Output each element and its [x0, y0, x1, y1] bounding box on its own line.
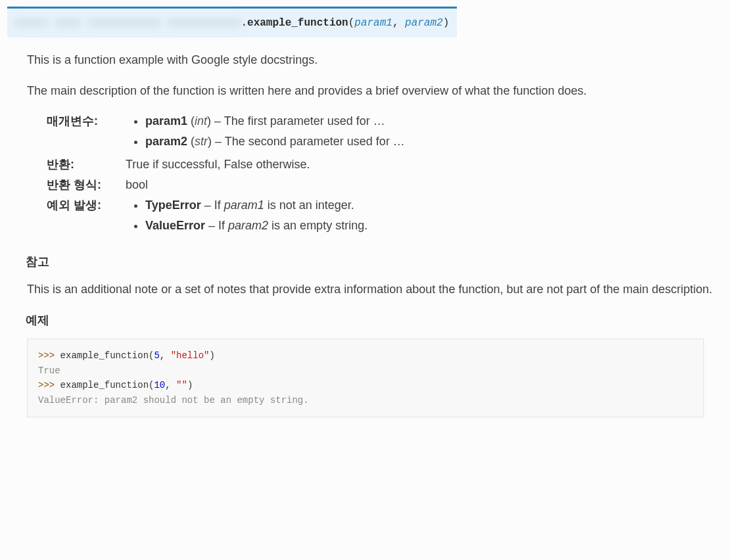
exc-dash: – If	[201, 198, 224, 212]
field-label-parameters: 매개변수:	[47, 112, 126, 130]
exc-name: ValueError	[145, 219, 205, 232]
raise-item: ValueError – If param2 is an empty strin…	[145, 217, 724, 235]
param-name: param2	[145, 135, 187, 148]
exc-name: TypeError	[145, 198, 201, 212]
number-literal: 5	[154, 350, 159, 361]
returns-value: True if successful, False otherwise.	[126, 156, 724, 174]
rtype-value: bool	[126, 176, 724, 194]
note-text: This is an additional note or a set of n…	[27, 280, 724, 299]
field-label-returns: 반환:	[47, 156, 126, 174]
param-item: param1 (int) – The first parameter used …	[145, 112, 724, 130]
param-type: int	[195, 114, 207, 128]
field-returns: 반환: True if successful, False otherwise.	[47, 156, 724, 174]
field-list: 매개변수: param1 (int) – The first parameter…	[47, 112, 724, 237]
note-heading: 참고	[26, 253, 724, 271]
comma: ,	[165, 380, 176, 390]
code: )	[187, 380, 193, 390]
sig-sep: ,	[392, 17, 405, 29]
param-desc: – The first parameter used for …	[211, 114, 385, 128]
sig-param-2: param2	[405, 17, 443, 29]
prompt: >>>	[38, 380, 60, 390]
function-signature: xxxxx xxxx xxxxxxxxxxx xxxxxxxxxxx.examp…	[7, 7, 457, 37]
open-paren: (	[348, 17, 355, 29]
param-item: param2 (str) – The second parameter used…	[145, 133, 724, 151]
exc-rest: is an empty string.	[268, 219, 367, 232]
param-type: str	[195, 135, 208, 148]
short-description: This is a function example with Google s…	[27, 51, 724, 70]
exc-rest: is not an integer.	[264, 198, 354, 212]
function-name: .example_function	[241, 17, 348, 29]
raise-item: TypeError – If param1 is not an integer.	[145, 197, 724, 214]
number-literal: 10	[154, 380, 165, 390]
exc-param: param1	[224, 198, 264, 212]
module-path-blurred: xxxxx xxxx xxxxxxxxxxx xxxxxxxxxxx	[15, 15, 241, 31]
prompt: >>>	[38, 350, 60, 361]
field-label-raises: 예외 발생:	[47, 197, 126, 214]
example-heading: 예제	[26, 312, 724, 329]
error-output: ValueError: param2 should not be an empt…	[38, 395, 309, 406]
exc-param: param2	[228, 219, 268, 232]
sig-param-1: param1	[354, 17, 392, 29]
close-paren: )	[443, 17, 450, 29]
field-parameters: 매개변수: param1 (int) – The first parameter…	[47, 112, 724, 153]
param-name: param1	[145, 114, 187, 128]
output: True	[38, 365, 60, 376]
long-description: The main description of the function is …	[27, 82, 724, 101]
field-return-type: 반환 형식: bool	[47, 176, 724, 194]
exc-dash: – If	[205, 219, 228, 232]
string-literal: "hello"	[171, 350, 210, 361]
comma: ,	[160, 350, 171, 361]
code: example_function(	[60, 380, 154, 390]
param-desc: – The second parameter used for …	[212, 135, 405, 148]
field-raises: 예외 발생: TypeError – If param1 is not an i…	[47, 197, 724, 237]
example-code-block: >>> example_function(5, "hello") True >>…	[27, 338, 704, 417]
code: )	[209, 350, 214, 361]
string-literal: ""	[176, 380, 187, 390]
code: example_function(	[60, 350, 154, 361]
field-label-rtype: 반환 형식:	[47, 176, 126, 194]
